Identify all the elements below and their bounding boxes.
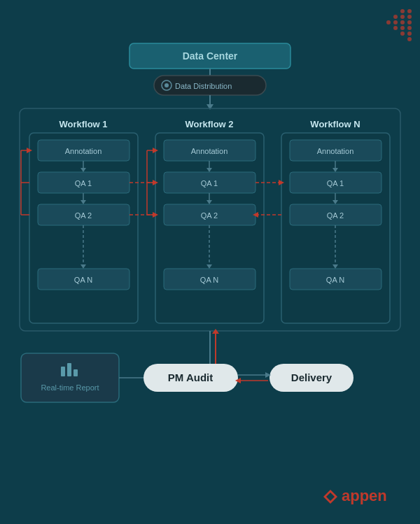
svg-text:QA N: QA N — [326, 276, 344, 284]
svg-point-20 — [164, 83, 169, 87]
svg-text:Workflow N: Workflow N — [310, 119, 360, 129]
svg-text:Data Distribution: Data Distribution — [175, 82, 232, 90]
workflow-diagram: Data Center Data Distribution Workflow 1… — [0, 0, 420, 524]
svg-rect-96 — [61, 367, 65, 376]
svg-text:appen: appen — [342, 487, 387, 504]
svg-text:Delivery: Delivery — [291, 371, 332, 383]
svg-rect-98 — [74, 369, 78, 376]
svg-text:QA 1: QA 1 — [75, 179, 92, 187]
svg-text:PM Audit: PM Audit — [168, 371, 213, 383]
svg-text:Workflow 2: Workflow 2 — [185, 119, 233, 129]
svg-text:Workflow 1: Workflow 1 — [59, 119, 107, 129]
svg-text:QA N: QA N — [200, 276, 218, 284]
svg-text:Annotation: Annotation — [65, 147, 102, 155]
svg-text:Annotation: Annotation — [317, 147, 354, 155]
svg-marker-23 — [206, 104, 214, 110]
svg-text:QA 2: QA 2 — [75, 211, 92, 220]
svg-text:QA 1: QA 1 — [201, 179, 218, 187]
svg-text:QA N: QA N — [74, 276, 92, 284]
svg-rect-97 — [67, 363, 71, 376]
svg-rect-95 — [21, 353, 119, 402]
svg-text:Real-time Report: Real-time Report — [41, 383, 99, 392]
svg-text:QA 1: QA 1 — [327, 179, 344, 187]
svg-text:Annotation: Annotation — [191, 147, 228, 155]
svg-text:QA 2: QA 2 — [327, 211, 344, 220]
svg-text:Data Center: Data Center — [183, 50, 238, 62]
svg-text:QA 2: QA 2 — [201, 211, 218, 220]
